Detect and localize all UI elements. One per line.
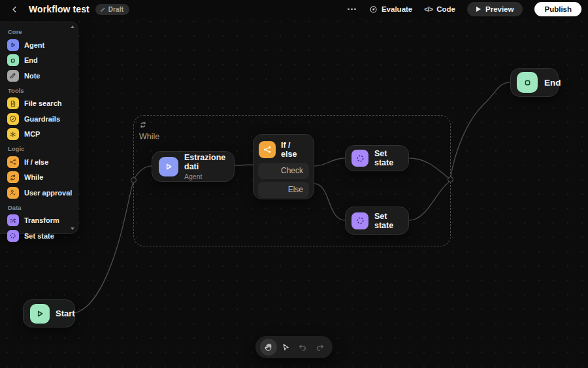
- node-agent-estrazione-dati[interactable]: Estrazione dati Agent: [152, 151, 235, 182]
- set-state-icon: [351, 150, 368, 167]
- transform-icon: [7, 214, 19, 226]
- node-end[interactable]: End: [510, 68, 559, 97]
- palette-item-label: End: [24, 56, 38, 64]
- edge-start-to-while: [74, 182, 133, 313]
- node-title: End: [544, 78, 561, 88]
- edge-port-to-end: [451, 82, 510, 176]
- set-state-icon: [351, 212, 368, 229]
- undo-button[interactable]: [294, 339, 311, 356]
- redo-icon: [315, 343, 325, 352]
- node-palette: Core Agent End Note Tools File search Gu…: [0, 22, 78, 234]
- node-if-else[interactable]: If / else Check Status Else: [253, 134, 314, 199]
- set-state-icon: [7, 230, 19, 242]
- code-button[interactable]: </> Code: [424, 5, 455, 13]
- while-input-port[interactable]: [131, 177, 137, 183]
- preview-label: Preview: [485, 5, 514, 13]
- guardrails-icon: [7, 113, 19, 125]
- branch-else[interactable]: Else: [258, 182, 309, 198]
- end-icon: [7, 54, 19, 66]
- palette-item-file-search[interactable]: File search: [0, 96, 78, 112]
- code-label: Code: [436, 5, 455, 13]
- evaluate-label: Evaluate: [382, 5, 412, 13]
- node-text: Estrazione dati Agent: [184, 153, 227, 180]
- node-set-state-bottom[interactable]: Set state: [345, 207, 409, 235]
- palette-item-label: User approval: [24, 189, 72, 197]
- if-else-icon: [7, 156, 19, 168]
- workflow-canvas[interactable]: While Start Estrazione dati Agent: [0, 0, 588, 368]
- node-title: Estrazione dati: [184, 153, 227, 171]
- node-title: Start: [56, 309, 75, 318]
- node-set-state-top[interactable]: Set state: [345, 145, 409, 171]
- page-title: Workflow test: [29, 4, 90, 14]
- while-icon: [7, 171, 19, 183]
- evaluate-button[interactable]: Evaluate: [369, 5, 412, 14]
- more-options-button[interactable]: [346, 6, 357, 13]
- agent-icon: [159, 157, 178, 176]
- palette-section-logic: Logic: [0, 142, 78, 154]
- cursor-icon: [281, 343, 291, 352]
- undo-icon: [298, 343, 308, 352]
- node-title: Set state: [374, 149, 402, 167]
- palette-item-if-else[interactable]: If / else: [0, 154, 78, 170]
- palette-item-end[interactable]: End: [0, 53, 78, 69]
- grab-tool-button[interactable]: [260, 339, 277, 356]
- file-search-icon: [7, 97, 19, 109]
- end-icon: [517, 72, 538, 93]
- palette-item-user-approval[interactable]: User approval: [0, 185, 78, 201]
- palette-item-label: MCP: [24, 130, 40, 138]
- preview-button[interactable]: Preview: [467, 2, 523, 16]
- user-approval-icon: [7, 187, 19, 199]
- branch-check-status[interactable]: Check Status: [258, 163, 309, 179]
- scroll-up-icon[interactable]: [71, 25, 74, 28]
- palette-item-label: Set state: [24, 232, 54, 240]
- loop-icon: [139, 120, 147, 131]
- node-title: Set state: [374, 212, 402, 230]
- while-loop-label: While: [139, 132, 159, 141]
- palette-item-while[interactable]: While: [0, 170, 78, 186]
- palette-item-guardrails[interactable]: Guardrails: [0, 111, 78, 127]
- play-icon: [476, 7, 481, 12]
- select-tool-button[interactable]: [277, 339, 294, 356]
- mcp-icon: [7, 128, 19, 140]
- if-else-header: If / else: [258, 139, 309, 160]
- palette-item-mcp[interactable]: MCP: [0, 127, 78, 142]
- palette-item-label: While: [24, 173, 43, 181]
- top-bar: Workflow test Draft Evaluate </> Code Pr…: [0, 0, 588, 18]
- while-loop-header: While: [139, 120, 159, 141]
- scroll-down-icon[interactable]: [71, 227, 74, 230]
- node-subtitle: Agent: [184, 173, 227, 180]
- publish-button[interactable]: Publish: [534, 2, 581, 16]
- palette-item-label: File search: [24, 99, 61, 107]
- back-button[interactable]: [8, 3, 21, 16]
- pencil-icon: [100, 7, 106, 12]
- if-else-icon: [259, 141, 276, 158]
- evaluate-gauge-icon: [369, 5, 378, 14]
- palette-section-data: Data: [0, 201, 78, 213]
- palette-item-label: If / else: [24, 158, 48, 166]
- palette-item-label: Agent: [24, 41, 44, 49]
- palette-section-core: Core: [0, 25, 78, 37]
- node-start[interactable]: Start: [23, 299, 75, 327]
- palette-item-note[interactable]: Note: [0, 68, 78, 84]
- grab-hand-icon: [264, 343, 274, 352]
- palette-item-label: Guardrails: [24, 115, 60, 123]
- agent-icon: [7, 39, 19, 51]
- palette-section-tools: Tools: [0, 84, 78, 96]
- start-play-icon: [30, 304, 50, 324]
- draft-label: Draft: [108, 6, 123, 13]
- palette-item-agent[interactable]: Agent: [0, 37, 78, 53]
- note-icon: [7, 70, 19, 82]
- palette-item-label: Note: [24, 72, 40, 80]
- palette-item-transform[interactable]: Transform: [0, 213, 78, 229]
- palette-item-set-state[interactable]: Set state: [0, 228, 78, 244]
- node-title: If / else: [281, 141, 308, 159]
- publish-label: Publish: [544, 5, 572, 13]
- redo-button[interactable]: [311, 339, 328, 356]
- canvas-toolbar: [255, 336, 333, 358]
- while-output-port[interactable]: [448, 176, 453, 182]
- code-icon: </>: [424, 6, 433, 13]
- palette-item-label: Transform: [24, 216, 59, 224]
- draft-status-badge[interactable]: Draft: [95, 4, 129, 15]
